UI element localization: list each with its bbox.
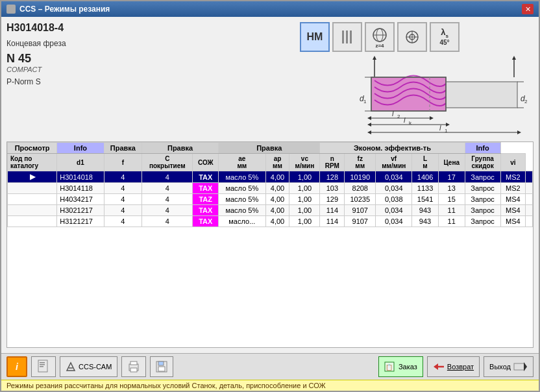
L-cell: 13 — [438, 183, 465, 194]
table-row[interactable]: H302121744TAXмасло 5%4,001,0011491070,03… — [8, 205, 533, 216]
ae-cell: 4,00 — [265, 183, 289, 194]
data-table: Просмотр Info Правка Правка Правка Эконо… — [7, 142, 533, 227]
n-cell: 9107 — [345, 205, 376, 216]
svg-text:📋: 📋 — [386, 363, 393, 371]
d1-cell: 4 — [104, 205, 141, 216]
vc-cell: 103 — [320, 183, 345, 194]
arrow-cell: ▶ — [8, 171, 57, 183]
th-ekonom: Эконом. эффектив-ть — [320, 143, 465, 154]
ap-cell: 1,00 — [289, 171, 320, 183]
vi-cell — [525, 205, 532, 216]
svg-text:1: 1 — [445, 128, 448, 134]
svg-rect-0 — [342, 31, 344, 43]
arrow-cell — [8, 205, 57, 216]
fz-cell: 0,034 — [376, 171, 412, 183]
L-cell: 17 — [438, 171, 465, 183]
fz-cell: 0,034 — [376, 216, 412, 227]
order-button[interactable]: 📋 Заказ — [378, 356, 423, 377]
vf-cell: 1406 — [412, 171, 439, 183]
svg-rect-51 — [158, 361, 164, 365]
header-row-2: Код покаталогу d1 f Спокрытием СОЖ aeмм … — [8, 154, 533, 171]
d1-cell: 4 — [104, 194, 141, 205]
ae-cell: 4,00 — [265, 194, 289, 205]
L-cell: 11 — [438, 205, 465, 216]
top-section: H3014018-4 Концевая фреза N 45 COMPACT P… — [6, 22, 534, 139]
table-row[interactable]: H403421744TAZмасло 5%4,001,00129102350,0… — [8, 194, 533, 205]
print-button[interactable] — [121, 356, 146, 377]
svg-marker-23 — [367, 116, 371, 120]
code-cell: H3021217 — [57, 205, 104, 216]
code-cell: H4034217 — [57, 194, 104, 205]
svg-text:2: 2 — [524, 99, 528, 104]
data-table-wrapper[interactable]: Просмотр Info Правка Правка Правка Эконо… — [6, 141, 534, 348]
th-fz: fzмм — [345, 154, 376, 171]
compact-label: COMPACT — [6, 66, 300, 73]
lines-button[interactable] — [332, 22, 362, 52]
svg-marker-29 — [446, 123, 450, 127]
arrow-cell — [8, 216, 57, 227]
title-bar: CCS – Режимы резания ✕ — [1, 1, 539, 17]
close-button[interactable]: ✕ — [522, 4, 534, 14]
circle-button[interactable] — [397, 22, 427, 52]
th-vc: vcм/мин — [289, 154, 320, 171]
bottom-bar: i CCS-CAM 📋 Заказ Возврат Выход — [1, 353, 539, 380]
svg-rect-49 — [130, 368, 137, 372]
price-cell: Запрос — [465, 183, 500, 194]
coating-cell: TAZ — [193, 194, 219, 205]
th-ae: aeмм — [219, 154, 265, 171]
exit-button[interactable]: Выход — [484, 356, 534, 377]
save-button[interactable] — [150, 356, 173, 377]
ap-cell: 1,00 — [289, 205, 320, 216]
vc-cell: 129 — [320, 194, 345, 205]
group-cell: MS4 — [500, 194, 525, 205]
hm-button[interactable]: HM — [300, 22, 330, 52]
lambda-button[interactable]: λs 45° — [430, 22, 460, 52]
svg-marker-13 — [512, 56, 516, 60]
fz-cell: 0,038 — [376, 194, 412, 205]
th-prosmotr: Просмотр — [8, 143, 57, 154]
table-row[interactable]: ▶H301401844TAXмасло 5%4,001,00128101900,… — [8, 171, 533, 183]
svg-rect-43 — [40, 364, 45, 365]
svg-text:2: 2 — [397, 114, 400, 119]
table-row[interactable]: H312121744TAXмасло...4,001,0011491070,03… — [8, 216, 533, 227]
L-cell: 11 — [438, 216, 465, 227]
th-pravka3: Правка — [219, 143, 320, 154]
n-cell: 9107 — [345, 216, 376, 227]
th-info1: Info — [57, 143, 104, 154]
ccs-cam-label: CCS-CAM — [79, 363, 112, 371]
table-body: ▶H301401844TAXмасло 5%4,001,00128101900,… — [8, 171, 533, 227]
coolant-cell: масло 5% — [219, 205, 265, 216]
svg-rect-57 — [514, 363, 524, 370]
vc-cell: 114 — [320, 216, 345, 227]
vi-cell — [525, 194, 532, 205]
coating-cell: TAX — [193, 183, 219, 194]
ap-cell: 1,00 — [289, 183, 320, 194]
exit-label: Выход — [489, 363, 511, 371]
globe-button[interactable]: z=4 — [365, 22, 395, 52]
diagram-area: d 1 d 2 — [313, 55, 534, 139]
back-label: Возврат — [447, 363, 474, 371]
th-ap: apмм — [265, 154, 289, 171]
back-button[interactable]: Возврат — [427, 356, 480, 377]
svg-marker-28 — [367, 123, 371, 127]
f-cell: 4 — [142, 171, 193, 183]
ccs-cam-button[interactable]: CCS-CAM — [60, 356, 117, 377]
th-coating: Спокрытием — [142, 154, 193, 171]
svg-rect-2 — [350, 31, 352, 43]
svg-rect-42 — [40, 362, 45, 363]
th-vi: vi — [500, 154, 525, 171]
f-cell: 4 — [142, 183, 193, 194]
doc-button[interactable] — [31, 356, 56, 377]
svg-marker-24 — [430, 116, 434, 120]
vi-cell — [525, 171, 532, 183]
svg-rect-44 — [40, 366, 43, 367]
vf-cell: 943 — [412, 205, 439, 216]
svg-text:l: l — [439, 124, 441, 132]
toolbar: HM — [300, 22, 460, 52]
table-row[interactable]: H301411844TAXмасло 5%4,001,0010382080,03… — [8, 183, 533, 194]
info-icon-button[interactable]: i — [6, 356, 27, 377]
svg-text:l: l — [404, 116, 406, 124]
fz-cell: 0,034 — [376, 183, 412, 194]
f-cell: 4 — [142, 205, 193, 216]
main-content: H3014018-4 Концевая фреза N 45 COMPACT P… — [1, 17, 539, 353]
